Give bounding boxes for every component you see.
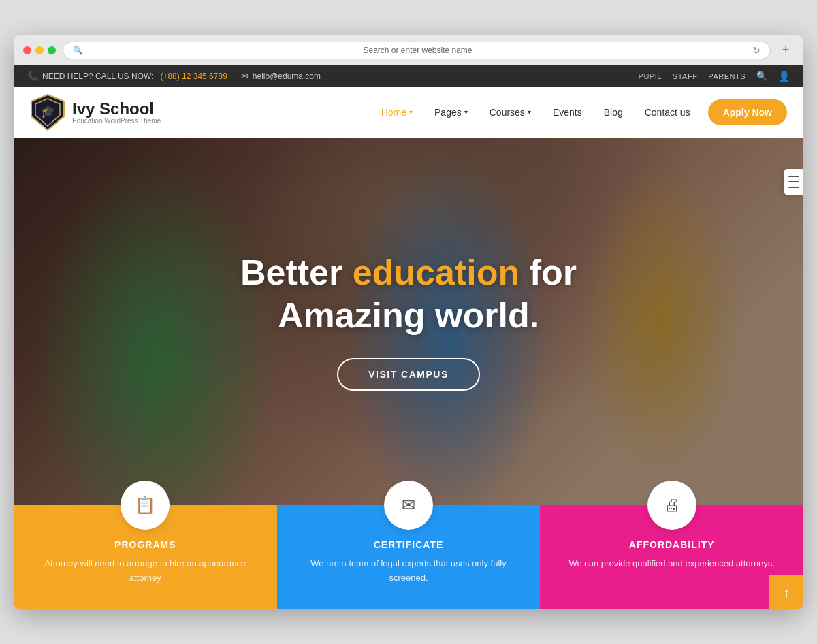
top-bar: 📞 NEED HELP? CALL US NOW: (+88) 12 345 6… <box>14 65 803 87</box>
top-bar-right: PUPIL STAFF PARENTS 🔍 👤 <box>639 71 790 82</box>
reload-button[interactable]: ↻ <box>752 45 760 56</box>
new-tab-button[interactable]: + <box>778 42 794 59</box>
search-icon-top[interactable]: 🔍 <box>756 71 767 81</box>
feature-card-programs: 📋 PROGRAMS Attorney will need to arrange… <box>14 505 277 610</box>
address-bar-text: Search or enter website name <box>87 46 748 55</box>
hero-content: Better education for Amazing world. VISI… <box>14 138 803 505</box>
logo-title: Ivy School <box>72 99 161 118</box>
nav-home[interactable]: Home ▾ <box>372 100 422 125</box>
sidebar-tab[interactable] <box>784 169 803 195</box>
nav-courses[interactable]: Courses ▾ <box>480 100 541 125</box>
apply-now-button[interactable]: Apply Now <box>708 99 787 125</box>
certificate-icon: ✉ <box>402 496 415 515</box>
help-text: NEED HELP? CALL US NOW: <box>42 71 153 81</box>
visit-campus-button[interactable]: VISIT CAMPUS <box>337 358 480 391</box>
certificate-title: CERTIFICATE <box>298 539 520 550</box>
nav-pages[interactable]: Pages ▾ <box>425 100 477 125</box>
hero-title-highlight: education <box>353 253 520 292</box>
pages-dropdown-arrow: ▾ <box>464 108 468 116</box>
affordability-title: AFFORDABILITY <box>560 539 783 550</box>
affordability-description: We can provide qualified and experienced… <box>560 557 783 571</box>
hero-section: Better education for Amazing world. VISI… <box>14 138 803 505</box>
user-icon-top[interactable]: 👤 <box>778 71 790 82</box>
hero-title-line2: Amazing world. <box>278 295 539 335</box>
logo-shield-svg: 🎓 <box>30 93 65 131</box>
address-bar[interactable]: 🔍 Search or enter website name ↻ <box>63 42 771 59</box>
programs-icon-circle: 📋 <box>121 481 170 530</box>
svg-text:🎓: 🎓 <box>40 104 56 119</box>
phone-number: (+88) 12 345 6789 <box>160 71 227 81</box>
close-button[interactable] <box>23 46 31 54</box>
affordability-icon: 🖨 <box>664 496 680 515</box>
scroll-up-button[interactable]: ↑ <box>769 575 803 609</box>
feature-card-affordability: 🖨 AFFORDABILITY We can provide qualified… <box>540 505 803 610</box>
browser-chrome: 🔍 Search or enter website name ↻ + <box>14 35 803 65</box>
phone-icon: 📞 <box>27 71 38 81</box>
sidebar-tab-line <box>788 176 799 177</box>
browser-window: 🔍 Search or enter website name ↻ + 📞 NEE… <box>14 35 803 610</box>
sidebar-tab-line-3 <box>788 187 799 188</box>
logo-shield: 🎓 <box>30 93 65 131</box>
minimize-button[interactable] <box>35 46 44 54</box>
nav-events[interactable]: Events <box>543 100 592 125</box>
top-bar-left: 📞 NEED HELP? CALL US NOW: (+88) 12 345 6… <box>27 71 321 81</box>
email-address: hello@eduma.com <box>253 71 321 81</box>
email-contact: ✉ hello@eduma.com <box>241 71 321 81</box>
window-controls <box>23 46 56 54</box>
logo-subtitle: Education WordPress Theme <box>72 117 161 125</box>
website-content: 📞 NEED HELP? CALL US NOW: (+88) 12 345 6… <box>14 65 803 610</box>
home-dropdown-arrow: ▾ <box>409 108 413 116</box>
certificate-icon-circle: ✉ <box>384 481 433 530</box>
sidebar-tab-line-2 <box>788 181 799 182</box>
main-nav: 🎓 Ivy School Education WordPress Theme H… <box>14 87 803 138</box>
logo-area: 🎓 Ivy School Education WordPress Theme <box>30 93 161 131</box>
hero-title-part2: for <box>519 253 577 292</box>
certificate-description: We are a team of legal experts that uses… <box>298 557 520 585</box>
nav-links: Home ▾ Pages ▾ Courses ▾ Events Blog <box>372 99 787 125</box>
programs-description: Attorney will need to arrange to hire an… <box>34 557 257 585</box>
nav-contact[interactable]: Contact us <box>635 100 700 125</box>
logo-text-area: Ivy School Education WordPress Theme <box>72 99 161 125</box>
pupil-link[interactable]: PUPIL <box>639 72 662 80</box>
parents-link[interactable]: PARENTS <box>708 72 746 80</box>
email-icon: ✉ <box>241 71 249 81</box>
maximize-button[interactable] <box>48 46 56 54</box>
staff-link[interactable]: STAFF <box>673 72 698 80</box>
affordability-icon-circle: 🖨 <box>647 481 696 530</box>
hero-title-part1: Better <box>240 253 353 292</box>
search-icon: 🔍 <box>73 46 83 55</box>
hero-title: Better education for Amazing world. <box>240 251 577 336</box>
features-section: 📋 PROGRAMS Attorney will need to arrange… <box>14 505 803 610</box>
phone-contact: 📞 NEED HELP? CALL US NOW: (+88) 12 345 6… <box>27 71 227 81</box>
courses-dropdown-arrow: ▾ <box>528 108 531 116</box>
feature-card-certificate: ✉ CERTIFICATE We are a team of legal exp… <box>277 505 541 610</box>
nav-blog[interactable]: Blog <box>594 100 632 125</box>
programs-title: PROGRAMS <box>34 539 257 550</box>
programs-icon: 📋 <box>135 496 155 515</box>
